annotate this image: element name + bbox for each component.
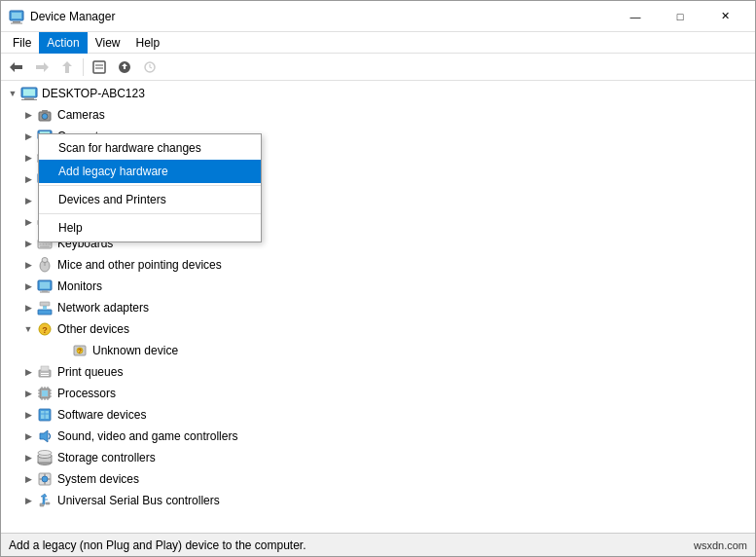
processors-label: Processors bbox=[57, 387, 116, 400]
window-icon bbox=[9, 9, 24, 24]
svg-rect-42 bbox=[40, 243, 42, 245]
other-label: Other devices bbox=[57, 322, 129, 336]
monitors-label: Monitors bbox=[57, 279, 102, 293]
storage-icon bbox=[36, 449, 54, 466]
tree-item-monitors[interactable]: ▶ Monitors bbox=[1, 276, 755, 297]
svg-rect-4 bbox=[93, 61, 105, 73]
print-label: Print queues bbox=[57, 365, 123, 379]
svg-rect-2 bbox=[13, 21, 20, 23]
monitors-icon bbox=[36, 278, 54, 295]
action-dropdown: Scan for hardware changes Add legacy har… bbox=[38, 133, 262, 242]
menu-devices-printers[interactable]: Devices and Printers bbox=[39, 188, 261, 211]
svg-text:?: ? bbox=[78, 348, 82, 354]
dropdown-separator-2 bbox=[39, 213, 261, 214]
close-button[interactable]: ✕ bbox=[702, 1, 747, 32]
tree-root[interactable]: ▼ DESKTOP-ABC123 bbox=[1, 83, 755, 104]
menu-dropdown-help[interactable]: Help bbox=[39, 216, 261, 240]
menu-add-legacy[interactable]: Add legacy hardware bbox=[39, 160, 261, 183]
system-icon bbox=[36, 470, 54, 488]
network-arrow: ▶ bbox=[20, 300, 36, 316]
forward-button[interactable] bbox=[30, 56, 54, 79]
usb-arrow: ▶ bbox=[20, 493, 36, 508]
menu-action[interactable]: Action bbox=[39, 32, 87, 54]
main-content: ▼ DESKTOP-ABC123 ▶ Cameras bbox=[1, 81, 755, 533]
sound-label: Sound, video and game controllers bbox=[57, 429, 237, 443]
svg-rect-96 bbox=[46, 502, 50, 504]
mice-label: Mice and other pointing devices bbox=[57, 258, 222, 272]
tree-item-print[interactable]: ▶ Print queues bbox=[1, 361, 755, 383]
status-right: wsxdn.com bbox=[694, 539, 747, 551]
display-arrow: ▶ bbox=[20, 171, 36, 187]
svg-rect-3 bbox=[11, 22, 22, 23]
scan-icon bbox=[142, 59, 158, 75]
computer-icon bbox=[20, 87, 38, 100]
properties-button[interactable] bbox=[88, 56, 111, 79]
unknown-label: Unknown device bbox=[92, 344, 178, 357]
up-icon bbox=[59, 59, 75, 75]
device-manager-window: Device Manager — □ ✕ File Action View He… bbox=[0, 0, 756, 557]
minimize-button[interactable]: — bbox=[613, 1, 658, 32]
menu-view[interactable]: View bbox=[88, 32, 128, 54]
cameras-arrow: ▶ bbox=[20, 107, 36, 123]
forward-icon bbox=[34, 59, 50, 75]
software-label: Software devices bbox=[57, 408, 146, 422]
menu-bar: File Action View Help bbox=[1, 32, 755, 54]
svg-rect-1 bbox=[12, 13, 21, 19]
tree-item-sound[interactable]: ▶ Sound, video and game controllers bbox=[1, 426, 755, 447]
sound-icon bbox=[36, 427, 54, 445]
tree-item-network[interactable]: ▶ Network adapters bbox=[1, 297, 755, 318]
network-label: Network adapters bbox=[57, 301, 149, 315]
svg-rect-63 bbox=[41, 373, 49, 374]
up-button[interactable] bbox=[55, 56, 79, 79]
window-controls: — □ ✕ bbox=[613, 1, 747, 32]
svg-text:?: ? bbox=[42, 325, 48, 335]
computer-arrow: ▶ bbox=[20, 129, 36, 144]
svg-rect-67 bbox=[42, 390, 48, 396]
scan-button[interactable] bbox=[138, 56, 162, 79]
svg-rect-53 bbox=[40, 292, 50, 293]
monitors-arrow: ▶ bbox=[20, 278, 36, 294]
status-text: Add a legacy (non Plug and Play) device … bbox=[9, 538, 694, 552]
svg-rect-9 bbox=[23, 90, 35, 96]
title-bar: Device Manager — □ ✕ bbox=[1, 1, 755, 32]
svg-point-88 bbox=[38, 451, 52, 456]
svg-rect-54 bbox=[38, 310, 52, 315]
keyboards-arrow: ▶ bbox=[20, 236, 36, 251]
menu-help[interactable]: Help bbox=[128, 32, 168, 54]
toolbar bbox=[1, 54, 755, 81]
toolbar-separator bbox=[83, 58, 84, 76]
other-icon: ? bbox=[36, 320, 54, 338]
svg-rect-43 bbox=[43, 243, 45, 245]
tree-item-processors[interactable]: ▶ Processors bbox=[1, 383, 755, 404]
tree-item-other[interactable]: ▼ ? Other devices bbox=[1, 318, 755, 340]
cameras-icon bbox=[36, 106, 54, 124]
svg-rect-64 bbox=[41, 375, 49, 376]
root-arrow: ▼ bbox=[5, 86, 20, 101]
cameras-label: Cameras bbox=[57, 108, 105, 122]
system-arrow: ▶ bbox=[20, 471, 36, 487]
menu-scan-hardware[interactable]: Scan for hardware changes bbox=[39, 136, 261, 160]
tree-item-unknown[interactable]: ▶ ? Unknown device bbox=[1, 340, 755, 361]
svg-rect-51 bbox=[40, 282, 50, 289]
tree-item-cameras[interactable]: ▶ Cameras bbox=[1, 104, 755, 126]
update-driver-button[interactable] bbox=[113, 56, 136, 79]
disk-arrow: ▶ bbox=[20, 150, 36, 166]
storage-arrow: ▶ bbox=[20, 450, 36, 465]
maximize-button[interactable]: □ bbox=[658, 1, 702, 32]
tree-item-system[interactable]: ▶ System devices bbox=[1, 468, 755, 490]
other-arrow: ▼ bbox=[20, 321, 36, 337]
tree-item-storage[interactable]: ▶ Storage controllers bbox=[1, 447, 755, 468]
tree-item-mice[interactable]: ▶ Mice and other pointing devices bbox=[1, 254, 755, 276]
back-button[interactable] bbox=[5, 56, 28, 79]
menu-file[interactable]: File bbox=[5, 32, 39, 54]
properties-icon bbox=[91, 59, 107, 75]
software-icon bbox=[36, 406, 54, 424]
svg-point-90 bbox=[42, 476, 48, 482]
tree-item-usb[interactable]: ▶ Universal Serial Bus controllers bbox=[1, 490, 755, 511]
unknown-icon: ? bbox=[71, 342, 89, 359]
print-icon bbox=[36, 363, 54, 381]
tree-item-software[interactable]: ▶ Software devices bbox=[1, 404, 755, 426]
svg-rect-52 bbox=[42, 291, 48, 292]
processors-arrow: ▶ bbox=[20, 386, 36, 401]
dropdown-separator-1 bbox=[39, 185, 261, 186]
